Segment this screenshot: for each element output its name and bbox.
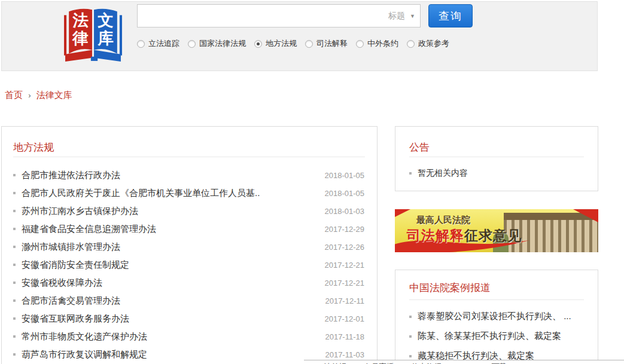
logo-char-lv: 律: [72, 29, 89, 47]
toolbar-item[interactable]: 下载: [492, 362, 507, 364]
radio-national-laws[interactable]: 国家法律法规: [188, 38, 246, 49]
breadcrumb: 首页 › 法律文库: [5, 90, 72, 101]
divider: [409, 157, 584, 157]
category-radio-group: 立法追踪 国家法律法规 地方法规 司法解释 中外条约 政策参考: [137, 38, 458, 49]
law-list-item[interactable]: 合肥市活禽交易管理办法 2017-12-11: [2, 292, 377, 310]
radio-legislation-tracking[interactable]: 立法追踪: [137, 38, 179, 49]
logo-right-edge: [120, 15, 122, 55]
supreme-court-banner[interactable]: 最高人民法院 司法解释征求意见: [395, 209, 598, 252]
bullet-icon: [13, 174, 16, 176]
logo-left-edge: [64, 15, 66, 55]
divider: [409, 299, 584, 300]
case-list-item[interactable]: 蓉泰塑胶公司刘某设拒不执行判决、 ...: [409, 307, 586, 326]
law-date: 2017-12-29: [325, 225, 365, 234]
divider: [13, 157, 365, 157]
radio-icon: [254, 40, 262, 48]
bullet-icon: [13, 210, 16, 212]
radio-icon: [137, 40, 145, 48]
bullet-icon: [13, 192, 16, 194]
breadcrumb-current[interactable]: 法律文库: [36, 90, 72, 100]
law-title-link[interactable]: 安徽省税收保障办法: [22, 277, 319, 289]
law-date: 2017-12-21: [325, 261, 365, 270]
law-date: 2017-12-26: [325, 243, 365, 252]
law-date: 2017-11-03: [325, 350, 364, 359]
site-logo[interactable]: 法 律 文 库: [63, 5, 123, 63]
notice-empty-item: 暂无相关内容: [409, 168, 468, 179]
law-title-link[interactable]: 合肥市活禽交易管理办法: [22, 295, 319, 307]
search-input[interactable]: [138, 5, 371, 27]
toolbar-item[interactable]: 热点资讯: [411, 362, 442, 364]
panel-title-local-regulations: 地方法规: [13, 140, 54, 154]
bullet-icon: [13, 246, 16, 248]
law-date: 2018-01-03: [325, 207, 365, 216]
law-list-item[interactable]: 福建省食品安全信息追溯管理办法 2017-12-29: [2, 220, 377, 238]
bullet-icon: [13, 353, 16, 356]
bullet-icon: [409, 172, 412, 175]
logo-char-fa: 法: [72, 11, 89, 29]
banner-line1: 最高人民法院: [416, 215, 470, 226]
law-list-item[interactable]: 安徽省互联网政务服务办法 2017-12-01: [2, 310, 377, 328]
law-title-link[interactable]: 合肥市人民政府关于废止《合肥市机关事业单位工作人员基..: [22, 188, 319, 199]
query-button[interactable]: 查询: [428, 4, 473, 27]
law-title-link[interactable]: 常州市非物质文化遗产保护办法: [22, 331, 319, 342]
law-list-item[interactable]: 安徽省消防安全责任制规定 2017-12-21: [2, 256, 377, 274]
panel-title-court-cases: 中国法院案例报道: [409, 281, 491, 295]
logo-tab: [91, 57, 98, 61]
law-title-link[interactable]: 苏州市江南水乡古镇保护办法: [22, 206, 319, 217]
law-title-link[interactable]: 安徽省消防安全责任制规定: [22, 259, 319, 271]
notice-panel: [395, 126, 598, 191]
bullet-icon: [13, 228, 16, 230]
radio-icon: [305, 40, 313, 48]
law-list-item[interactable]: 苏州市江南水乡古镇保护办法 2018-01-03: [2, 202, 377, 220]
radio-icon: [407, 40, 415, 48]
law-list: 合肥市推进依法行政办法 2018-01-05 合肥市人民政府关于废止《合肥市机关…: [2, 166, 377, 363]
case-list-item[interactable]: 陈某、徐某某拒不执行判决、裁定案: [409, 326, 586, 346]
toolbar-item[interactable]: 社前报: [323, 362, 346, 364]
breadcrumb-home-link[interactable]: 首页: [5, 90, 23, 100]
bullet-icon: [13, 317, 16, 320]
toolbar-item[interactable]: 会员直播: [363, 362, 394, 364]
bullet-icon: [409, 335, 412, 338]
cases-list: 蓉泰塑胶公司刘某设拒不执行判决、 ... 陈某、徐某某拒不执行判决、裁定案 藏某…: [409, 307, 586, 364]
law-date: 2017-12-01: [325, 314, 365, 323]
notice-empty-text: 暂无相关内容: [418, 168, 468, 179]
radio-icon: [356, 40, 364, 48]
panel-title-notice: 公告: [409, 140, 430, 154]
law-list-item[interactable]: 常州市非物质文化遗产保护办法 2017-11-18: [2, 328, 377, 345]
logo-char-wen: 文: [98, 11, 114, 29]
banner-line2-highlight: 司法解释: [407, 228, 464, 243]
search-field-selector[interactable]: 标题 ▼: [388, 5, 415, 27]
bullet-icon: [13, 335, 16, 338]
law-list-item[interactable]: 滁州市城镇排水管理办法 2017-12-26: [2, 238, 377, 256]
law-title-link[interactable]: 合肥市推进依法行政办法: [22, 170, 319, 181]
law-date: 2017-11-18: [325, 332, 364, 341]
radio-local-regulations[interactable]: 地方法规: [254, 38, 297, 49]
radio-policy-reference[interactable]: 政策参考: [407, 38, 449, 49]
search-box: 标题 ▼: [137, 4, 421, 27]
law-title-link[interactable]: 安徽省互联网政务服务办法: [22, 313, 319, 325]
law-title-link[interactable]: 葫芦岛市行政复议调解和解规定: [22, 349, 319, 360]
banner-corner-decoration: [573, 209, 598, 222]
law-list-item[interactable]: 安徽省税收保障办法 2017-12-21: [2, 274, 377, 292]
law-list-item[interactable]: 合肥市人民政府关于废止《合肥市机关事业单位工作人员基.. 2018-01-05: [2, 184, 377, 202]
case-title-link[interactable]: 陈某、徐某某拒不执行判决、裁定案: [418, 331, 561, 342]
law-list-item[interactable]: 合肥市推进依法行政办法 2018-01-05: [2, 166, 377, 184]
bullet-icon: [409, 355, 412, 357]
radio-treaties[interactable]: 中外条约: [356, 38, 398, 49]
banner-line2: 司法解释征求意见: [407, 227, 522, 245]
page: 法 律 文 库 标题 ▼ 查询 立法追踪 国家法律法规 地方法规 司法解释: [0, 0, 624, 364]
radio-judicial-interpretation[interactable]: 司法解释: [305, 38, 348, 49]
case-title-link[interactable]: 蓉泰塑胶公司刘某设拒不执行判决、 ...: [418, 311, 571, 322]
banner-corner-decoration: [395, 209, 410, 217]
radio-icon: [188, 40, 196, 48]
law-date: 2018-01-05: [325, 189, 365, 198]
bullet-icon: [13, 282, 16, 284]
bullet-icon: [409, 316, 412, 318]
law-title-link[interactable]: 福建省食品安全信息追溯管理办法: [22, 224, 319, 235]
search-field-label: 标题: [388, 11, 405, 22]
chevron-down-icon: ▼: [410, 13, 415, 19]
law-date: 2018-01-05: [325, 171, 365, 180]
bottom-toolbar: ▶ 社前报 ◉ 会员直播 ▦ 热点资讯 ◎ ✎ ⬇ 下载 ⊞ ◎ ⮥: [304, 360, 624, 364]
logo-char-ku: 库: [97, 29, 114, 47]
law-title-link[interactable]: 滁州市城镇排水管理办法: [22, 241, 319, 253]
